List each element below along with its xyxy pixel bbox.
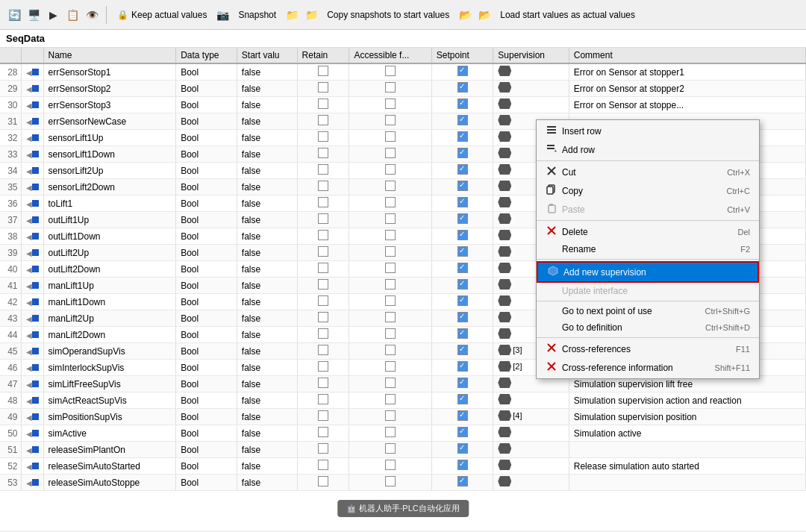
ctx-item-go-to-next-point-of-use[interactable]: Go to next point of useCtrl+Shift+G <box>537 303 759 319</box>
checkbox-unchecked[interactable] <box>318 197 328 207</box>
row-setpoint[interactable] <box>431 195 493 212</box>
row-retain[interactable] <box>297 113 349 130</box>
checkbox-checked[interactable] <box>457 230 468 240</box>
row-access[interactable] <box>349 425 431 442</box>
checkbox-unchecked[interactable] <box>385 410 396 421</box>
table-row[interactable]: 48◀simActReactSupVisBoolfalse Simulation… <box>0 392 806 409</box>
row-setpoint[interactable] <box>431 343 493 360</box>
checkbox-unchecked[interactable] <box>385 328 396 339</box>
checkbox-unchecked[interactable] <box>385 279 396 290</box>
row-setpoint[interactable] <box>431 146 493 163</box>
row-retain[interactable] <box>297 442 349 458</box>
checkbox-unchecked[interactable] <box>318 164 328 175</box>
ctx-item-go-to-definition[interactable]: Go to definitionCtrl+Shift+D <box>537 319 759 336</box>
checkbox-unchecked[interactable] <box>385 164 396 175</box>
checkbox-unchecked[interactable] <box>385 230 396 240</box>
ctx-item-copy[interactable]: CopyCtrl+C <box>537 181 759 200</box>
row-setpoint[interactable] <box>431 376 493 392</box>
checkbox-checked[interactable] <box>457 361 468 372</box>
checkbox-checked[interactable] <box>457 246 468 257</box>
checkbox-unchecked[interactable] <box>318 246 328 257</box>
row-access[interactable] <box>349 179 431 195</box>
table-row[interactable]: 53◀releaseSimAutoStoppeBoolfalse <box>0 475 806 491</box>
toolbar-icon-3[interactable]: ▶ <box>45 7 61 23</box>
checkbox-unchecked[interactable] <box>385 98 396 109</box>
row-retain[interactable] <box>297 261 349 278</box>
row-setpoint[interactable] <box>431 278 493 294</box>
checkbox-unchecked[interactable] <box>318 394 328 404</box>
row-access[interactable] <box>349 294 431 310</box>
checkbox-checked[interactable] <box>457 263 468 273</box>
row-retain[interactable] <box>297 130 349 146</box>
checkbox-unchecked[interactable] <box>385 148 396 158</box>
checkbox-unchecked[interactable] <box>318 213 328 224</box>
checkbox-unchecked[interactable] <box>385 394 396 404</box>
checkbox-unchecked[interactable] <box>318 328 328 339</box>
row-access[interactable] <box>349 146 431 163</box>
checkbox-unchecked[interactable] <box>385 295 396 306</box>
checkbox-unchecked[interactable] <box>385 181 396 191</box>
table-row[interactable]: 30◀errSensorStop3Boolfalse Error on Sens… <box>0 97 806 113</box>
row-access[interactable] <box>349 409 431 425</box>
toolbar-icon-load-right[interactable]: 📂 <box>476 7 493 23</box>
toolbar-icon-5[interactable]: 👁️ <box>84 7 100 23</box>
checkbox-checked[interactable] <box>457 295 468 306</box>
row-setpoint[interactable] <box>431 228 493 245</box>
checkbox-unchecked[interactable] <box>318 230 328 240</box>
table-row[interactable]: 28◀errSensorStop1Boolfalse Error on Sens… <box>0 63 806 81</box>
checkbox-unchecked[interactable] <box>385 345 396 355</box>
toolbar-icon-4[interactable]: 📋 <box>64 7 81 23</box>
row-retain[interactable] <box>297 245 349 261</box>
row-setpoint[interactable] <box>431 458 493 475</box>
row-access[interactable] <box>349 163 431 179</box>
copy-snapshots-button[interactable]: Copy snapshots to start values <box>322 8 454 22</box>
row-access[interactable] <box>349 212 431 228</box>
snapshot-button[interactable]: Snapshot <box>234 8 281 22</box>
row-retain[interactable] <box>297 327 349 343</box>
ctx-item-cross-references[interactable]: Cross-referencesF11 <box>537 339 759 358</box>
checkbox-checked[interactable] <box>457 443 468 454</box>
load-start-values-button[interactable]: Load start values as actual values <box>496 8 640 22</box>
checkbox-checked[interactable] <box>457 394 468 404</box>
row-retain[interactable] <box>297 376 349 392</box>
checkbox-unchecked[interactable] <box>318 361 328 372</box>
checkbox-checked[interactable] <box>457 328 468 339</box>
toolbar-icon-load-left[interactable]: 📂 <box>457 7 473 23</box>
checkbox-unchecked[interactable] <box>385 82 396 93</box>
ctx-item-rename[interactable]: RenameF2 <box>537 241 759 257</box>
checkbox-checked[interactable] <box>457 279 468 290</box>
checkbox-unchecked[interactable] <box>318 98 328 109</box>
row-access[interactable] <box>349 327 431 343</box>
checkbox-checked[interactable] <box>457 427 468 437</box>
row-retain[interactable] <box>297 163 349 179</box>
checkbox-unchecked[interactable] <box>385 66 396 76</box>
checkbox-unchecked[interactable] <box>385 115 396 125</box>
toolbar-icon-copy-right[interactable]: 📁 <box>303 7 319 23</box>
row-retain[interactable] <box>297 195 349 212</box>
checkbox-unchecked[interactable] <box>318 476 328 486</box>
checkbox-unchecked[interactable] <box>385 361 396 372</box>
checkbox-unchecked[interactable] <box>385 443 396 454</box>
row-access[interactable] <box>349 343 431 360</box>
checkbox-unchecked[interactable] <box>385 427 396 437</box>
row-retain[interactable] <box>297 63 349 81</box>
checkbox-unchecked[interactable] <box>385 378 396 388</box>
row-setpoint[interactable] <box>431 360 493 376</box>
checkbox-unchecked[interactable] <box>318 312 328 322</box>
row-retain[interactable] <box>297 475 349 491</box>
row-access[interactable] <box>349 130 431 146</box>
checkbox-unchecked[interactable] <box>318 115 328 125</box>
table-row[interactable]: 29◀errSensorStop2Boolfalse Error on Sens… <box>0 81 806 97</box>
checkbox-checked[interactable] <box>457 148 468 158</box>
row-retain[interactable] <box>297 392 349 409</box>
checkbox-unchecked[interactable] <box>318 263 328 273</box>
checkbox-unchecked[interactable] <box>318 378 328 388</box>
checkbox-checked[interactable] <box>457 131 468 142</box>
row-access[interactable] <box>349 392 431 409</box>
row-setpoint[interactable] <box>431 425 493 442</box>
row-retain[interactable] <box>297 97 349 113</box>
row-retain[interactable] <box>297 146 349 163</box>
checkbox-checked[interactable] <box>457 115 468 125</box>
row-setpoint[interactable] <box>431 81 493 97</box>
checkbox-checked[interactable] <box>457 312 468 322</box>
